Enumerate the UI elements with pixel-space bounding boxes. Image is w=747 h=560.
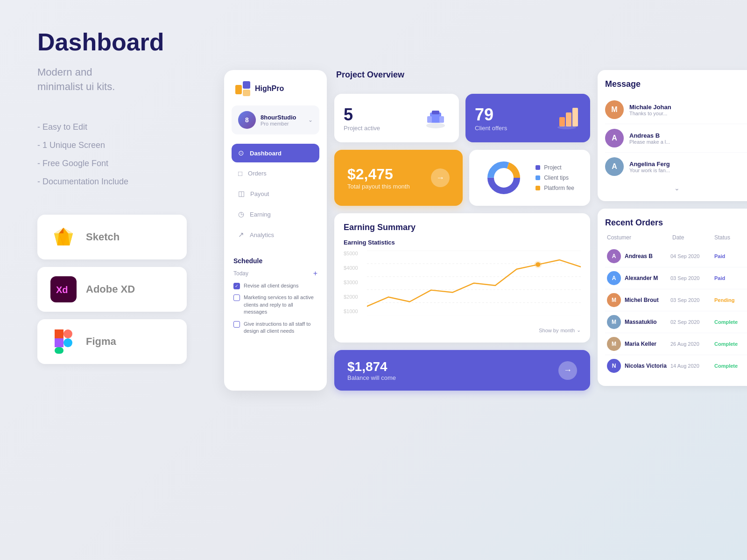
earning-summary-section: Earning Summary Earning Statistics $5000…	[334, 213, 590, 343]
sidebar-item-orders[interactable]: □ Orders	[232, 164, 319, 182]
svg-rect-15	[55, 347, 63, 354]
sidebar-item-dashboard[interactable]: ⊙ Dashboard	[232, 144, 319, 162]
col-date: Date	[672, 234, 714, 241]
order-status-1: Paid	[714, 253, 747, 259]
schedule-today: Today +	[233, 269, 317, 278]
order-status-6: Complete	[714, 363, 747, 369]
svg-point-27	[557, 126, 576, 129]
earning-stats-label: Earning Statistics	[344, 239, 581, 246]
order-status-5: Complete	[714, 341, 747, 347]
donut-chart	[485, 159, 522, 196]
donut-card: Project Client tips Platform fee	[469, 150, 590, 206]
svg-rect-25	[566, 112, 571, 126]
order-name-1: Andreas B	[625, 253, 653, 259]
logo-area: HighPro	[232, 81, 319, 96]
order-date-6: 14 Aug 2020	[670, 363, 712, 369]
messages-expand-button[interactable]: ⌄	[605, 184, 747, 192]
project-illustration	[422, 103, 450, 133]
messages-panel: Message M Michale Johan Thanks to your..…	[598, 70, 747, 201]
svg-rect-22	[427, 116, 432, 123]
sidebar-item-earning[interactable]: ◷ Earning	[232, 205, 319, 224]
col-customer: Costumer	[607, 234, 672, 241]
tool-card-sketch: Sketch	[37, 215, 187, 259]
show-by-chevron[interactable]: ⌄	[577, 327, 581, 333]
checkbox-1[interactable]: ✓	[233, 283, 240, 289]
msg-avatar-1: M	[605, 100, 624, 119]
svg-point-14	[63, 338, 72, 347]
tool-cards: Sketch Xd Adobe XD	[37, 215, 215, 364]
nav-label-dashboard: Dashboard	[250, 150, 282, 157]
order-date-1: 04 Sep 2020	[670, 253, 712, 259]
add-schedule-button[interactable]: +	[313, 269, 317, 278]
sketch-name: Sketch	[86, 231, 120, 243]
order-row-4: M Massatuklio 02 Sep 2020 Complete	[605, 311, 747, 333]
msg-avatar-3: A	[605, 157, 624, 176]
figma-name: Figma	[86, 336, 116, 348]
order-name-3: Michel Brout	[625, 297, 659, 303]
balance-label: Balance will come	[347, 374, 396, 381]
legend-fee: Platform fee	[536, 185, 574, 191]
order-name-4: Massatuklio	[625, 319, 657, 325]
user-info: 8hourStudio Pro member	[261, 114, 303, 126]
checkbox-3[interactable]	[233, 321, 240, 328]
balance-info: $1,874 Balance will come	[347, 359, 396, 381]
overview-row: 5 Project active	[334, 94, 590, 142]
svg-rect-26	[572, 108, 578, 126]
legend-tips: Client tips	[536, 175, 574, 181]
order-status-4: Complete	[714, 319, 747, 325]
orders-list: A Andreas B 04 Sep 2020 Paid A Alexande	[605, 245, 747, 377]
order-row-1: A Andreas B 04 Sep 2020 Paid	[605, 245, 747, 267]
message-item-2[interactable]: A Andreas B Please make a l...	[605, 124, 747, 153]
sidebar-item-analytics[interactable]: ↗ Analytics	[232, 225, 319, 244]
svg-rect-24	[559, 117, 565, 126]
message-item-1[interactable]: M Michale Johan Thanks to your...	[605, 96, 747, 124]
message-item-3[interactable]: A Angelina Ferg Your work is fan...	[605, 153, 747, 181]
svg-point-39	[534, 261, 542, 268]
logo-text: HighPro	[255, 84, 284, 93]
xd-icon: Xd	[50, 276, 77, 302]
client-offers-number: 79	[475, 105, 507, 125]
earning-chart-svg	[367, 251, 581, 315]
avatar: 8	[238, 111, 256, 129]
user-name: 8hourStudio	[261, 114, 303, 121]
svg-rect-13	[55, 338, 63, 347]
tool-card-figma: Figma	[37, 319, 187, 364]
order-row-5: M Maria Keller 26 Aug 2020 Complete	[605, 333, 747, 355]
msg-avatar-2: A	[605, 129, 624, 147]
payout-card: $2,475 Total payout this month →	[334, 150, 463, 206]
payout-amount: $2,475	[347, 166, 410, 183]
order-name-6: Nicolas Victoria	[625, 363, 667, 369]
svg-text:Xd: Xd	[56, 285, 68, 295]
project-dot	[536, 165, 540, 170]
schedule-item-1: ✓ Revise all client designs	[233, 282, 317, 289]
recent-orders-title: Recent Orders	[605, 218, 747, 228]
legend-project: Project	[536, 164, 574, 171]
msg-info-2: Andreas B Please make a l...	[629, 132, 747, 145]
sketch-icon	[50, 224, 77, 250]
y-label-4000: $4000	[344, 265, 358, 271]
y-label-5000: $5000	[344, 251, 358, 256]
order-customer-2: A Alexander M	[607, 271, 669, 285]
order-date-4: 02 Sep 2020	[670, 319, 712, 325]
client-offers-info: 79 Client offers	[475, 105, 507, 132]
show-by: Show by month ⌄	[344, 327, 581, 333]
order-customer-1: A Andreas B	[607, 249, 669, 263]
orders-icon: □	[238, 169, 242, 177]
project-overview-title: Project Overview	[336, 70, 588, 80]
schedule-title: Schedule	[233, 257, 317, 265]
order-status-2: Paid	[714, 275, 747, 281]
feature-1: - Easy to Edit	[37, 122, 215, 132]
payout-row: $2,475 Total payout this month →	[334, 150, 590, 206]
user-card[interactable]: 8 8hourStudio Pro member ⌄	[232, 105, 319, 134]
msg-text-2: Please make a l...	[629, 139, 747, 145]
payout-arrow-button[interactable]: →	[431, 168, 450, 187]
checkbox-2[interactable]	[233, 294, 240, 301]
page-title: Dashboard	[37, 28, 215, 56]
order-customer-5: M Maria Keller	[607, 337, 669, 351]
msg-name-3: Angelina Ferg	[629, 161, 747, 168]
sidebar-item-payout[interactable]: ◫ Payout	[232, 184, 319, 203]
legend-project-label: Project	[544, 164, 561, 171]
page: Dashboard Modern andminimalist ui kits. …	[0, 0, 747, 560]
balance-arrow-button[interactable]: →	[558, 361, 577, 380]
earning-summary-title: Earning Summary	[344, 223, 581, 232]
